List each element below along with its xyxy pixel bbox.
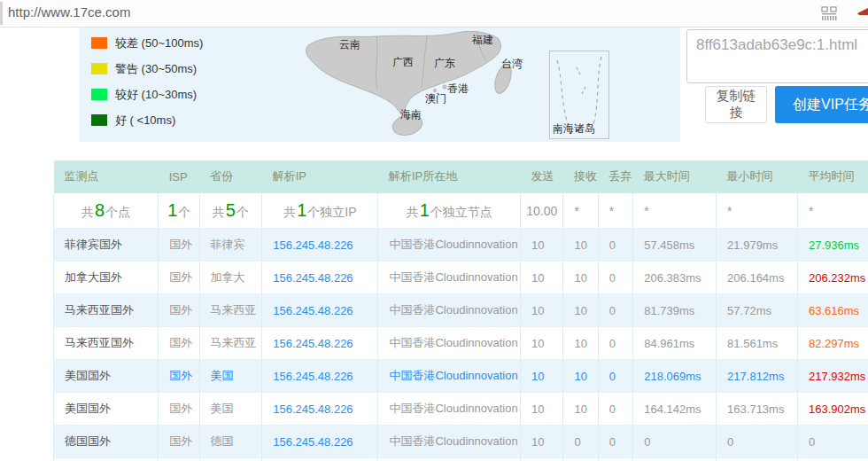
cell-avg: 3.259ms: [797, 458, 868, 461]
cell-max: 164.142ms: [633, 393, 717, 426]
cell-isp: 国外: [159, 262, 199, 294]
table-row[interactable]: 菲律宾国外国外菲律宾156.245.48.226中国香港Cloudinnovat…: [54, 229, 868, 262]
cell-loc: 中国香港Cloudinnovation: [378, 294, 521, 327]
legend-swatch-icon: [91, 63, 107, 74]
results-table: 监测点ISP省份解析IP解析IP所在地发送接收丢弃最大时间最小时间平均时间共8个…: [53, 160, 868, 461]
cell-ip[interactable]: 156.245.48.226: [262, 327, 378, 360]
share-link-field[interactable]: 8ff613adab63e9c:1.html: [686, 29, 868, 83]
cell-max: 81.739ms: [633, 294, 717, 327]
cell-drop: 0: [598, 294, 632, 327]
table-row[interactable]: 加拿大国外国外加拿大156.245.48.226中国香港Cloudinnovat…: [54, 262, 868, 294]
table-row[interactable]: 马来西亚国外国外马来西亚156.245.48.226中国香港Cloudinnov…: [54, 327, 868, 360]
map-label-6: 澳门: [425, 91, 446, 106]
copy-link-button[interactable]: 复制链接: [705, 86, 767, 123]
table-row[interactable]: 加拿大国外国外加拿大156.245.48.226中国香港Cloudinnovat…: [54, 458, 868, 461]
cell-point: 马来西亚国外: [54, 294, 159, 327]
cell-isp: 国外: [159, 229, 199, 262]
qr-code-icon[interactable]: [821, 6, 838, 20]
map-area: 云南广西广东福建台湾香港澳门海南: [292, 27, 558, 142]
summary-cell: *: [797, 193, 868, 229]
summary-cell: 共8个点: [54, 193, 159, 229]
column-header: 监测点: [54, 160, 159, 193]
cell-min: 163.713ms: [717, 393, 798, 426]
table-row[interactable]: 美国国外国外美国156.245.48.226中国香港Cloudinnovatio…: [54, 393, 868, 426]
corner-red-icon[interactable]: [857, 4, 868, 15]
legend-label: 警告 (30~50ms): [115, 61, 197, 77]
cell-ip[interactable]: 156.245.48.226: [262, 229, 378, 262]
cell-min: 206.164ms: [717, 262, 798, 294]
legend-item-0: 较差 (50~100ms): [91, 30, 203, 56]
browser-url-bar[interactable]: http://www.17ce.com: [0, 0, 868, 27]
cell-min: 21.979ms: [717, 229, 798, 262]
cell-sent: 10: [521, 360, 563, 393]
cell-prov: 马来西亚: [199, 294, 262, 327]
summary-cell: 共1个独立节点: [378, 193, 521, 229]
table-row[interactable]: 美国国外国外美国156.245.48.226中国香港Cloudinnovatio…: [54, 360, 868, 393]
cell-sent: 10: [521, 327, 563, 360]
summary-cell: *: [717, 193, 798, 229]
table-row[interactable]: 德国国外国外德国156.245.48.226中国香港Cloudinnovatio…: [54, 426, 868, 458]
cell-ip[interactable]: 156.245.48.226: [262, 393, 378, 426]
cell-point: 马来西亚国外: [54, 327, 159, 360]
cell-recv: 10: [563, 262, 598, 294]
summary-row: 共8个点1个共5个共1个独立IP共1个独立节点10.00*****: [54, 193, 868, 229]
summary-cell: *: [633, 193, 717, 229]
cell-recv: 10: [563, 327, 598, 360]
url-text[interactable]: http://www.17ce.com: [8, 4, 130, 20]
cell-loc: 中国香港Cloudinnovation: [378, 360, 521, 393]
map-label-0: 云南: [339, 37, 360, 52]
cell-ip[interactable]: 156.245.48.226: [262, 360, 378, 393]
table-row[interactable]: 马来西亚国外国外马来西亚156.245.48.226中国香港Cloudinnov…: [54, 294, 868, 327]
results-table-wrap: 监测点ISP省份解析IP解析IP所在地发送接收丢弃最大时间最小时间平均时间共8个…: [53, 160, 868, 461]
summary-cell: *: [563, 193, 598, 229]
cell-drop: 0: [598, 393, 632, 426]
cell-prov: 加拿大: [199, 458, 262, 461]
cell-sent: 10: [521, 426, 563, 458]
legend-swatch-icon: [91, 89, 107, 100]
cell-avg: 27.936ms: [797, 229, 868, 262]
legend-label: 较好 (10~30ms): [115, 87, 197, 103]
column-header: 省份: [199, 160, 262, 193]
cell-isp: 国外: [159, 393, 199, 426]
column-header: ISP: [159, 160, 199, 193]
cell-isp: 国外: [159, 360, 199, 393]
cell-ip[interactable]: 156.245.48.226: [262, 262, 378, 294]
cell-drop: 0: [598, 262, 632, 294]
cell-isp: 国外: [159, 426, 199, 458]
cell-recv: 10: [563, 229, 598, 262]
map-label-1: 广西: [392, 55, 414, 70]
column-header: 发送: [521, 160, 563, 193]
summary-cell: 1个: [159, 193, 199, 229]
cell-max: 206.383ms: [633, 262, 717, 294]
cell-prov: 菲律宾: [199, 229, 262, 262]
page: { "browser": { "url": "http://www.17ce.c…: [0, 0, 868, 461]
map-label-5: 香港: [447, 82, 469, 97]
legend-label: 好 ( <10ms): [115, 113, 175, 129]
cell-drop: 0: [598, 458, 632, 461]
map-label-2: 广东: [434, 56, 455, 71]
cell-avg: 82.297ms: [797, 327, 868, 360]
cell-prov: 美国: [199, 360, 262, 393]
cell-drop: 0: [598, 229, 632, 262]
legend: 较差 (50~100ms)警告 (30~50ms)较好 (10~30ms)好 (…: [91, 30, 203, 133]
inset-label: 南海诸岛: [553, 121, 595, 137]
cell-ip[interactable]: 156.245.48.226: [262, 426, 378, 458]
cell-ip[interactable]: 156.245.48.226: [262, 458, 378, 461]
column-header: 平均时间: [797, 160, 868, 193]
cell-min: 57.72ms: [717, 294, 798, 327]
create-vip-task-button[interactable]: 创建VIP任务: [775, 86, 868, 123]
cell-avg: 163.902ms: [797, 393, 868, 426]
cell-avg: 63.616ms: [797, 294, 868, 327]
cell-isp: 国外: [159, 294, 199, 327]
cell-drop: 0: [598, 426, 632, 458]
cell-max: 3.331ms: [633, 458, 717, 461]
url-bar-left-edge: [0, 2, 3, 25]
cell-avg: 0: [797, 426, 868, 458]
cell-point: 加拿大国外: [54, 262, 159, 294]
cell-sent: 10: [521, 458, 563, 461]
legend-item-2: 较好 (10~30ms): [91, 82, 203, 107]
cell-recv: 10: [563, 294, 598, 327]
cell-loc: 中国香港Cloudinnovation: [378, 262, 521, 294]
cell-loc: 中国香港Cloudinnovation: [378, 327, 521, 360]
cell-ip[interactable]: 156.245.48.226: [262, 294, 378, 327]
